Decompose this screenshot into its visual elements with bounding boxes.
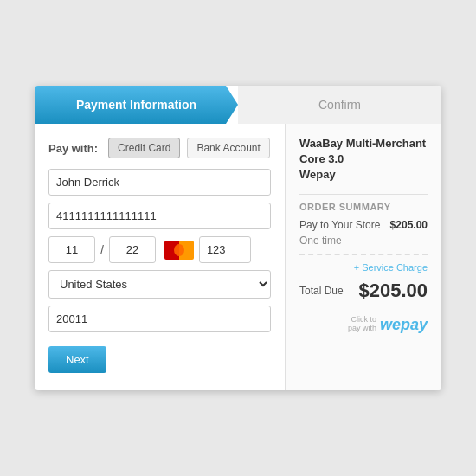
left-panel: Pay with: Credit Card Bank Account / U [35, 124, 286, 390]
total-amount: $205.00 [358, 280, 428, 302]
bank-account-button[interactable]: Bank Account [187, 138, 269, 158]
modal-body: Pay with: Credit Card Bank Account / U [35, 124, 441, 390]
expiry-cvv-row: / [48, 236, 271, 263]
right-panel: WaaBay Multi-Merchant Core 3.0 Wepay ORD… [286, 124, 441, 390]
wepay-brand-text: wepay [380, 316, 428, 334]
pay-to-store-amount: $205.00 [390, 219, 428, 231]
country-select[interactable]: United States Canada United Kingdom [48, 270, 271, 299]
total-label: Total Due [299, 285, 344, 297]
next-button[interactable]: Next [48, 346, 106, 373]
cardholder-name-input[interactable] [48, 169, 271, 196]
card-type-icon [164, 241, 194, 260]
expiry-month-input[interactable] [48, 236, 95, 263]
tab-confirm-label: Confirm [318, 98, 361, 112]
summary-divider [299, 254, 428, 255]
slash-divider: / [100, 243, 104, 257]
service-charge-label: + Service Charge [299, 262, 428, 273]
wepay-powered-text: Click topay with [348, 316, 376, 333]
total-row: Total Due $205.00 [299, 280, 428, 302]
wepay-logo: Click topay with wepay [299, 316, 428, 334]
tab-payment-label: Payment Information [76, 98, 196, 112]
frequency-label: One time [299, 235, 428, 247]
zip-code-input[interactable] [48, 306, 271, 332]
credit-card-button[interactable]: Credit Card [108, 138, 180, 158]
card-number-input[interactable] [48, 203, 271, 229]
pay-with-row: Pay with: Credit Card Bank Account [48, 138, 271, 158]
payment-modal: Payment Information Confirm Pay with: Cr… [35, 86, 441, 390]
tab-confirm[interactable]: Confirm [238, 86, 441, 124]
merchant-title: WaaBay Multi-Merchant Core 3.0 Wepay [299, 136, 428, 183]
expiry-year-input[interactable] [109, 236, 156, 263]
pay-with-label: Pay with: [48, 142, 98, 155]
summary-store-row: Pay to Your Store $205.00 [299, 219, 428, 231]
tab-payment-information[interactable]: Payment Information [35, 86, 238, 124]
header-tabs: Payment Information Confirm [35, 86, 441, 124]
cvv-input[interactable] [199, 236, 251, 263]
pay-to-store-label: Pay to Your Store [299, 219, 380, 231]
order-summary-label: ORDER SUMMARY [299, 194, 428, 212]
